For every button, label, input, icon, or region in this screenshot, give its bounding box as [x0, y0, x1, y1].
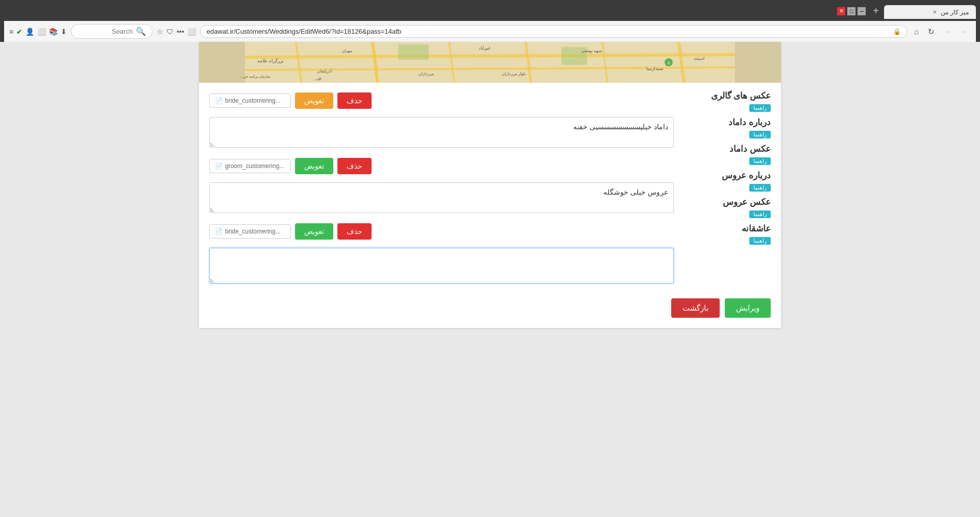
- rahnam-badge-gallery[interactable]: راهنما: [749, 104, 771, 112]
- svg-text:بلوار مرزداران: بلوار مرزداران: [502, 72, 526, 76]
- asheghane-section: [209, 248, 674, 286]
- file-icon-gallery: 📄: [215, 97, 223, 104]
- file-icon-damaad: 📄: [215, 162, 223, 170]
- main-layout: عکس های گالری راهنما درباره داماد راهنما…: [199, 83, 781, 293]
- forward-button[interactable]: →: [941, 26, 954, 37]
- search-icon: 🔍: [136, 27, 146, 36]
- right-nav-icons: ⬇ 📚 ⬜ 👤 ✔ ≡: [9, 28, 67, 36]
- sidebar-section-asheghane: عاشقانه راهنما: [684, 223, 771, 245]
- shield-icon[interactable]: 🛡: [166, 28, 174, 36]
- menu-dots-icon[interactable]: •••: [177, 28, 184, 36]
- nav-icons: ⬜ ••• 🛡 ☆: [157, 28, 196, 36]
- rahnam-badge-arous-photo[interactable]: راهنما: [749, 210, 771, 218]
- asheghane-textarea[interactable]: [209, 248, 674, 284]
- sidebar-section-gallery: عکس های گالری راهنما: [684, 90, 771, 112]
- sidebar-label-asheghane: عاشقانه: [684, 223, 771, 234]
- svg-text:S: S: [668, 61, 670, 65]
- arous-photo-file-row: حذف تعویض 📄 bride_customering...: [209, 221, 674, 242]
- minimize-button[interactable]: ─: [857, 7, 866, 15]
- tab-bar: میز کار من × +: [869, 3, 976, 19]
- damaad-photo-file-row: حذف تعویض 📄 groom_customering...: [209, 156, 674, 176]
- arous-file-text: bride_customering...: [225, 228, 281, 235]
- content-sections: حذف تعویض 📄 bride_customering... داماد خ…: [209, 90, 674, 286]
- damaad-about-section: داماد خیلیسسسسسسسیی خفنه: [209, 117, 674, 150]
- rahnam-badge-arous-about[interactable]: راهنما: [749, 184, 771, 192]
- rahnam-badge-asheghane[interactable]: راهنما: [749, 237, 771, 245]
- page-wrapper: بزرگراه علامه مهران آذربایجان امیرآباد ش…: [199, 42, 781, 328]
- map-area: بزرگراه علامه مهران آذربایجان امیرآباد ش…: [199, 42, 781, 83]
- bookmark-icon[interactable]: ⬜: [187, 28, 196, 36]
- library-icon[interactable]: 📚: [49, 28, 58, 36]
- svg-rect-0: [245, 42, 735, 83]
- sidebar-label-arous-photo: عکس عروس: [684, 197, 771, 207]
- svg-text:سیدارمیا: سیدارمیا: [646, 66, 664, 72]
- sidebar-section-damaad-photo: عکس داماد راهنما: [684, 144, 771, 165]
- damaad-about-textarea[interactable]: داماد خیلیسسسسسسسیی خفنه: [209, 117, 674, 148]
- tab-title: میز کار من: [941, 9, 969, 16]
- active-tab[interactable]: میز کار من ×: [884, 5, 976, 19]
- navigation-bar: ← → ↻ ⌂ 🔒 ⬜ ••• 🛡 ☆ 🔍 ⬇ 📚 ⬜ 👤 ✔ ≡: [4, 21, 976, 42]
- url-input[interactable]: [207, 28, 890, 35]
- svg-text:امیرآباد: امیرآباد: [479, 45, 490, 51]
- file-icon-arous: 📄: [215, 228, 223, 235]
- reload-button[interactable]: ↻: [925, 26, 937, 37]
- sidebar-section-damaad-about: درباره داماد راهنما: [684, 117, 771, 138]
- close-button[interactable]: ✕: [837, 7, 845, 15]
- back-button[interactable]: ←: [958, 26, 971, 37]
- svg-text:مرزداران: مرزداران: [419, 72, 434, 76]
- tab-close-button[interactable]: ×: [933, 8, 937, 16]
- gallery-file-row: حذف تعویض 📄 bride_customering...: [209, 90, 674, 111]
- hamburger-icon[interactable]: ≡: [9, 28, 13, 36]
- check-icon[interactable]: ✔: [16, 28, 22, 36]
- svg-text:بزرگراه علامه: بزرگراه علامه: [257, 58, 284, 64]
- rahnam-badge-damaad-photo[interactable]: راهنما: [749, 157, 771, 165]
- bazgasht-button[interactable]: بازگشت: [671, 298, 720, 318]
- collections-icon[interactable]: ⬜: [37, 28, 46, 36]
- browser-top-bar: میز کار من × + ─ □ ✕: [4, 3, 976, 19]
- damaad-photo-file-display: 📄 groom_customering...: [209, 159, 291, 173]
- arous-photo-replace-button[interactable]: تعویض: [295, 223, 333, 240]
- bottom-actions: ویرایش بازگشت: [199, 293, 781, 328]
- svg-text:آذربایجان: آذربایجان: [317, 68, 332, 74]
- gallery-delete-button[interactable]: حذف: [337, 92, 372, 109]
- virayesh-button[interactable]: ویرایش: [725, 298, 771, 318]
- sidebar: عکس های گالری راهنما درباره داماد راهنما…: [684, 90, 771, 286]
- sidebar-section-arous-photo: عکس عروس راهنما: [684, 197, 771, 218]
- arous-photo-delete-button[interactable]: حذف: [337, 223, 372, 240]
- search-input[interactable]: [82, 28, 133, 35]
- svg-text:اندیشه: اندیشه: [694, 56, 704, 61]
- map-svg: بزرگراه علامه مهران آذربایجان امیرآباد ش…: [199, 42, 781, 83]
- gallery-replace-button[interactable]: تعویض: [295, 92, 333, 109]
- sidebar-label-arous-about: درباره عروس: [684, 170, 771, 181]
- damaad-photo-delete-button[interactable]: حذف: [337, 158, 372, 174]
- maximize-button[interactable]: □: [847, 7, 855, 15]
- arous-about-textarea[interactable]: عروس خیلی خوشگله: [209, 182, 674, 213]
- svg-text:سازمان برنامه جن...: سازمان برنامه جن...: [240, 75, 271, 79]
- sidebar-label-damaad-about: درباره داماد: [684, 117, 771, 128]
- arous-photo-file-display: 📄 bride_customering...: [209, 224, 291, 239]
- svg-text:مهران: مهران: [342, 49, 352, 53]
- profile-icon[interactable]: 👤: [26, 28, 34, 36]
- svg-text:الله...: الله...: [313, 77, 322, 81]
- damaad-photo-replace-button[interactable]: تعویض: [295, 158, 333, 174]
- home-button[interactable]: ⌂: [912, 26, 921, 37]
- download-icon[interactable]: ⬇: [61, 28, 67, 36]
- sidebar-section-arous-about: درباره عروس راهنما: [684, 170, 771, 192]
- lock-icon: 🔒: [893, 28, 901, 35]
- search-bar: 🔍: [71, 24, 153, 39]
- content-area: بزرگراه علامه مهران آذربایجان امیرآباد ش…: [0, 42, 980, 517]
- window-controls: ─ □ ✕: [837, 7, 866, 15]
- gallery-file-display: 📄 bride_customering...: [209, 93, 291, 108]
- damaad-file-text: groom_customering...: [225, 162, 284, 170]
- svg-text:شهید بهشتی: شهید بهشتی: [581, 49, 602, 53]
- star-icon[interactable]: ☆: [157, 28, 163, 36]
- url-bar-container: 🔒: [200, 25, 908, 38]
- sidebar-label-gallery: عکس های گالری: [684, 90, 771, 101]
- sidebar-label-damaad-photo: عکس داماد: [684, 144, 771, 154]
- rahnam-badge-damaad-about[interactable]: راهنما: [749, 131, 771, 138]
- gallery-file-text: bride_customering...: [225, 97, 281, 104]
- browser-chrome: میز کار من × + ─ □ ✕ ← → ↻ ⌂ 🔒 ⬜ ••• 🛡 ☆…: [0, 0, 980, 42]
- arous-about-section: عروس خیلی خوشگله: [209, 182, 674, 215]
- new-tab-button[interactable]: +: [869, 3, 883, 19]
- svg-rect-9: [398, 44, 429, 60]
